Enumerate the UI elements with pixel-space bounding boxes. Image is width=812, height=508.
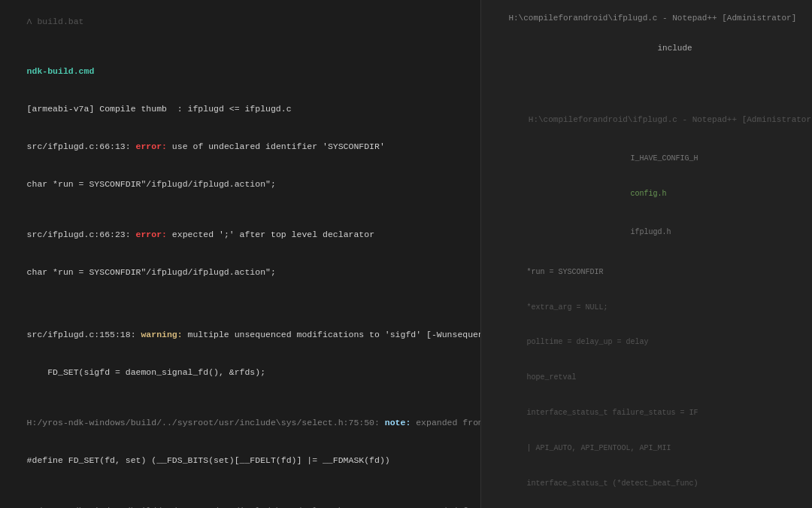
note-line-2: H:/yros-ndk-windows/build/../sysroot/usr… bbox=[0, 492, 480, 508]
right-code-highlight: H:\compileforandroid\ifplugd.c - Notepad… bbox=[481, 103, 812, 138]
right-hope-retval: hope_retval bbox=[481, 360, 812, 396]
code-line-2: char *run = SYSCONFDIR"/ifplugd/ifplugd.… bbox=[0, 254, 480, 291]
right-ifplugd-h: ifplugd.h bbox=[481, 214, 812, 250]
error-line-1: src/ifplugd.c:66:13: error: use of undec… bbox=[0, 129, 480, 166]
spacer bbox=[0, 41, 480, 53]
compile-line: [armeabi-v7a] Compile thumb : ifplugd <=… bbox=[0, 91, 480, 129]
note-line-1: H:/yros-ndk-windows/build/../sysroot/usr… bbox=[0, 405, 480, 443]
spacer2 bbox=[0, 204, 480, 217]
right-code-block-1 bbox=[481, 68, 812, 103]
code-line-4: #define FD_SET(fd, set) (__FDS_BITS(set)… bbox=[0, 443, 480, 480]
right-interface-status: interface_status_t failure_status = IF bbox=[481, 395, 812, 430]
error-line-2: src/ifplugd.c:66:23: error: expected ';'… bbox=[0, 216, 480, 254]
right-polltime: polltime = delay_up = delay bbox=[481, 325, 812, 360]
include-label: include bbox=[481, 33, 812, 62]
editor-path: H:\compileforandroid\ifplugd.c - Notepad… bbox=[508, 14, 796, 23]
ndk-build-cmd: ndk-build.cmd bbox=[0, 53, 480, 91]
spacer5 bbox=[0, 392, 480, 405]
warning-line-1: src/ifplugd.c:155:18: warning: multiple … bbox=[0, 317, 480, 354]
right-config-h: config.h bbox=[481, 176, 812, 211]
editor-header: H:\compileforandroid\ifplugd.c - Notepad… bbox=[481, 3, 812, 33]
spacer6 bbox=[0, 480, 480, 493]
code-line-3: FD_SET(sigfd = daemon_signal_fd(), &rfds… bbox=[0, 354, 480, 392]
right-detect-beat: interface_status_t (*detect_beat_func) bbox=[481, 466, 812, 501]
spacer4 bbox=[0, 304, 480, 317]
build-bat-label: Λ build.bat bbox=[0, 3, 480, 41]
spacer3 bbox=[0, 291, 480, 304]
terminal-output: Λ build.bat ndk-build.cmd [armeabi-v7a] … bbox=[0, 0, 481, 508]
right-run: *run = SYSCONFDIR bbox=[481, 254, 812, 290]
right-api: | API_AUTO, API_PENTOOL, API_MII bbox=[481, 430, 812, 466]
code-editor-panel: H:\compileforandroid\ifplugd.c - Notepad… bbox=[481, 0, 812, 508]
code-line-1: char *run = SYSCONFDIR"/ifplugd/ifplugd.… bbox=[0, 166, 480, 204]
right-extra-arg: *extra_arg = NULL; bbox=[481, 290, 812, 325]
right-have-config: I_HAVE_CONFIG_H bbox=[481, 141, 812, 177]
